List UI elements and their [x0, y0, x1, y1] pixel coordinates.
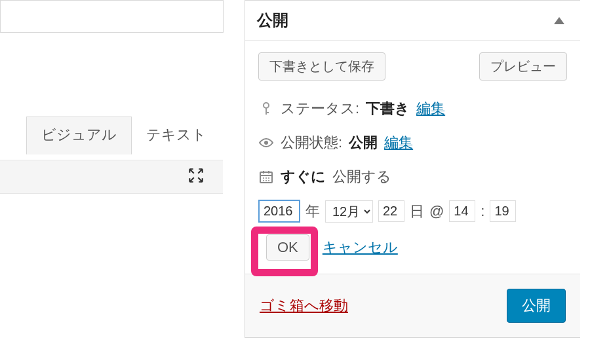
preview-button[interactable]: プレビュー: [479, 52, 567, 81]
editor-tabs: ビジュアル テキスト: [26, 117, 221, 155]
svg-rect-2: [266, 112, 269, 113]
publish-actions-row: 下書きとして保存 プレビュー: [245, 41, 580, 92]
svg-point-8: [263, 177, 264, 179]
visibility-row: 公開状態: 公開 編集: [258, 128, 567, 162]
publish-meta: ステータス: 下書き 編集 公開状態: 公開 編集: [245, 92, 580, 200]
month-select[interactable]: 12月: [325, 200, 373, 223]
publish-box: 公開 下書きとして保存 プレビュー ステータス: 下書き 編集: [245, 0, 580, 338]
cancel-link[interactable]: キャンセル: [323, 238, 398, 257]
time-colon: :: [481, 203, 484, 220]
visibility-label: 公開状態:: [281, 133, 342, 153]
eye-icon: [258, 137, 274, 148]
publish-footer: ゴミ箱へ移動 公開: [245, 274, 580, 337]
schedule-suffix: 公開する: [332, 167, 391, 187]
publish-button[interactable]: 公開: [507, 289, 566, 323]
year-unit: 年: [305, 202, 320, 221]
svg-point-9: [266, 177, 267, 179]
editor-toolbar: [0, 160, 223, 194]
publish-title: 公開: [257, 10, 288, 31]
key-icon: [258, 101, 274, 116]
year-input[interactable]: [258, 200, 300, 223]
editor-body[interactable]: [0, 194, 223, 364]
svg-point-13: [268, 180, 269, 181]
hour-input[interactable]: [449, 200, 475, 222]
timestamp-row: 年 12月 日 @ :: [245, 200, 580, 234]
title-input[interactable]: [0, 0, 224, 33]
fullscreen-icon[interactable]: [187, 167, 205, 187]
schedule-row: すぐに公開する: [258, 162, 567, 196]
at-symbol: @: [429, 203, 444, 220]
visibility-value: 公開: [349, 133, 378, 153]
svg-point-0: [264, 103, 269, 108]
status-row: ステータス: 下書き 編集: [258, 94, 567, 128]
status-value: 下書き: [366, 99, 410, 118]
svg-point-11: [263, 180, 264, 181]
status-label: ステータス:: [281, 99, 359, 118]
trash-link[interactable]: ゴミ箱へ移動: [260, 296, 348, 316]
edit-status-link[interactable]: 編集: [416, 99, 445, 118]
timestamp-actions: OK キャンセル: [245, 234, 580, 274]
day-unit: 日: [410, 202, 424, 221]
edit-visibility-link[interactable]: 編集: [384, 133, 413, 153]
minute-input[interactable]: [490, 200, 516, 222]
day-input[interactable]: [378, 200, 404, 222]
publish-header[interactable]: 公開: [245, 1, 580, 41]
svg-point-3: [264, 141, 268, 145]
svg-rect-1: [266, 108, 267, 115]
collapse-icon[interactable]: [554, 17, 564, 24]
ok-button[interactable]: OK: [266, 234, 309, 261]
schedule-prefix: すぐに: [281, 167, 326, 187]
svg-point-12: [266, 180, 267, 181]
calendar-icon: [258, 170, 274, 184]
tab-text[interactable]: テキスト: [132, 117, 221, 154]
tab-visual[interactable]: ビジュアル: [26, 117, 132, 155]
svg-point-10: [268, 177, 269, 179]
save-draft-button[interactable]: 下書きとして保存: [258, 52, 385, 81]
